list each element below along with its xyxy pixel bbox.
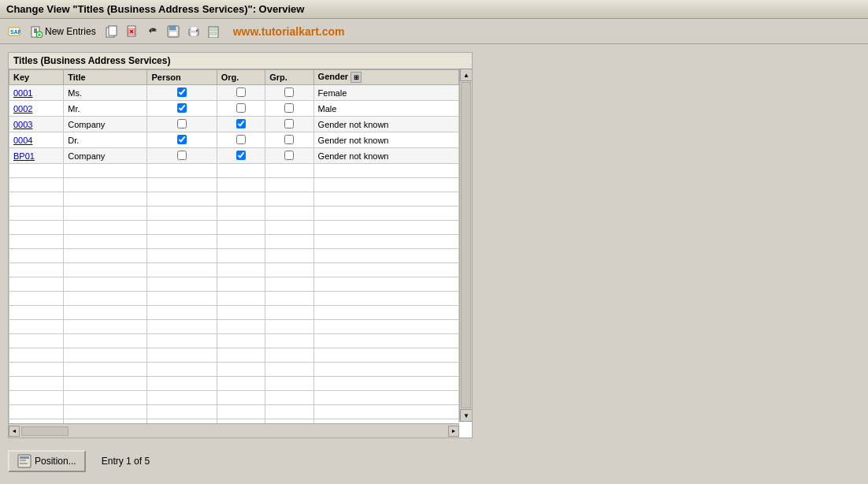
empty-cell (265, 391, 313, 405)
empty-cell (313, 320, 458, 334)
empty-row (9, 221, 459, 235)
cell-key[interactable]: 0002 (9, 101, 64, 117)
checkbox-org[interactable] (236, 135, 246, 144)
cell-grp[interactable] (265, 148, 313, 164)
toolbar-extra-icon[interactable] (206, 24, 222, 39)
checkbox-org[interactable] (236, 151, 246, 160)
empty-cell (9, 363, 64, 377)
empty-cell (147, 235, 217, 249)
cell-org[interactable] (217, 148, 265, 164)
empty-cell (64, 405, 147, 419)
new-entries-button[interactable]: + New Entries (27, 24, 99, 39)
scroll-up-btn[interactable]: ▲ (460, 69, 473, 81)
position-btn-label: Position... (35, 456, 76, 467)
checkbox-grp[interactable] (284, 135, 294, 144)
horizontal-scrollbar[interactable]: ◄ ► (9, 423, 459, 437)
cell-org[interactable] (217, 117, 265, 132)
main-content: Titles (Business Address Services) ▲ ▼ ◄… (0, 44, 868, 480)
checkbox-grp[interactable] (284, 119, 294, 128)
checkbox-person[interactable] (177, 119, 187, 128)
cell-person[interactable] (147, 132, 217, 148)
cell-person[interactable] (147, 117, 217, 132)
checkbox-person[interactable] (177, 87, 187, 97)
cell-key[interactable]: BP01 (9, 148, 64, 164)
cell-person[interactable] (147, 85, 217, 101)
checkbox-grp[interactable] (284, 87, 294, 97)
checkbox-grp[interactable] (284, 103, 294, 113)
scroll-thumb[interactable] (461, 82, 471, 408)
cell-grp[interactable] (265, 132, 313, 148)
empty-cell (265, 263, 313, 277)
empty-cell (9, 235, 64, 249)
empty-cell (147, 391, 217, 405)
checkbox-org[interactable] (236, 119, 246, 128)
empty-cell (313, 178, 458, 192)
cell-grp[interactable] (265, 85, 313, 101)
cell-org[interactable] (217, 132, 265, 148)
empty-cell (147, 249, 217, 263)
empty-cell (9, 263, 64, 277)
empty-cell (9, 249, 64, 263)
empty-cell (313, 391, 458, 405)
cell-key[interactable]: 0001 (9, 85, 64, 101)
empty-cell (147, 164, 217, 178)
empty-cell (313, 306, 458, 320)
toolbar-delete-icon[interactable] (124, 24, 140, 39)
empty-cell (9, 348, 64, 363)
empty-cell (9, 164, 64, 178)
empty-cell (217, 277, 265, 292)
cell-person[interactable] (147, 148, 217, 164)
toolbar-copy-icon[interactable] (104, 24, 120, 39)
gender-col-icon[interactable]: ⊞ (351, 72, 362, 83)
svg-point-20 (196, 30, 198, 32)
position-btn-icon (17, 454, 32, 468)
empty-cell (9, 192, 64, 207)
empty-cell (147, 263, 217, 277)
empty-cell (9, 292, 64, 306)
cell-org[interactable] (217, 85, 265, 101)
empty-cell (217, 292, 265, 306)
empty-cell (313, 363, 458, 377)
cell-grp[interactable] (265, 117, 313, 132)
cell-org[interactable] (217, 101, 265, 117)
cell-gender: Gender not known (313, 117, 458, 132)
vertical-scrollbar[interactable]: ▲ ▼ (459, 69, 472, 422)
empty-cell (9, 207, 64, 221)
cell-person[interactable] (147, 101, 217, 117)
empty-cell (217, 306, 265, 320)
empty-row (9, 363, 459, 377)
empty-cell (64, 192, 147, 207)
checkbox-grp[interactable] (284, 151, 294, 160)
h-scroll-left-btn[interactable]: ◄ (9, 426, 20, 437)
cell-key[interactable]: 0004 (9, 132, 64, 148)
cell-grp[interactable] (265, 101, 313, 117)
toolbar-undo-icon[interactable] (145, 24, 161, 39)
position-button[interactable]: Position... (8, 450, 86, 472)
cell-key[interactable]: 0003 (9, 117, 64, 132)
empty-cell (147, 306, 217, 320)
h-scroll-right-btn[interactable]: ► (448, 426, 459, 437)
empty-cell (265, 249, 313, 263)
empty-cell (64, 235, 147, 249)
empty-cell (313, 263, 458, 277)
data-table: Key Title Person Org. Grp. Gender ⊞ 0001… (9, 69, 459, 438)
empty-cell (147, 292, 217, 306)
checkbox-org[interactable] (236, 87, 246, 97)
checkbox-person[interactable] (177, 151, 187, 160)
toolbar-save-icon[interactable] (165, 24, 181, 39)
cell-title: Company (64, 148, 147, 164)
table-row: 0002Mr.Male (9, 101, 459, 117)
empty-row (9, 249, 459, 263)
checkbox-org[interactable] (236, 103, 246, 113)
toolbar-print-icon[interactable] (186, 24, 202, 39)
scroll-down-btn[interactable]: ▼ (460, 409, 473, 422)
empty-row (9, 348, 459, 363)
empty-cell (313, 249, 458, 263)
checkbox-person[interactable] (177, 103, 187, 113)
empty-cell (9, 178, 64, 192)
empty-row (9, 377, 459, 391)
checkbox-person[interactable] (177, 135, 187, 144)
h-scroll-thumb[interactable] (21, 426, 69, 436)
empty-cell (9, 221, 64, 235)
empty-cell (64, 334, 147, 348)
